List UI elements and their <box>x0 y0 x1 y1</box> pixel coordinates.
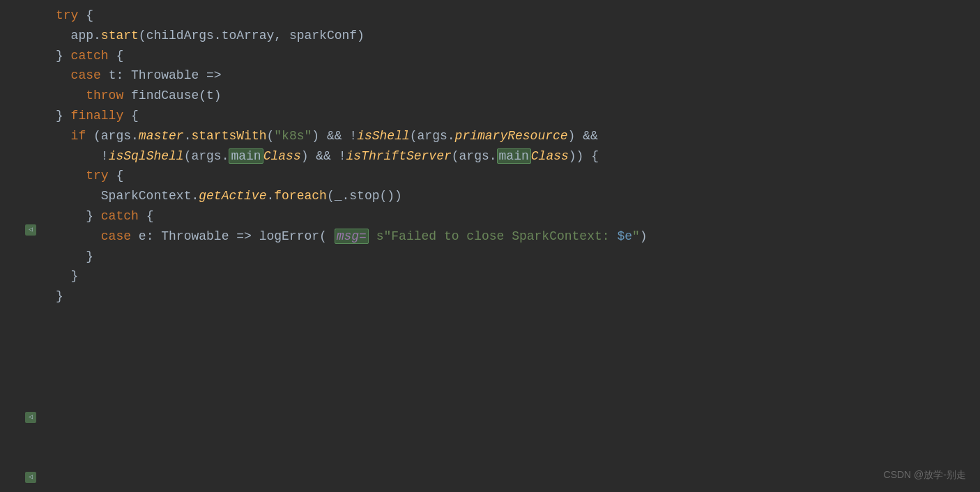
code-line-15: } <box>56 286 966 307</box>
code-line-7: if (args.master.startsWith("k8s") && !is… <box>56 126 966 146</box>
gutter-icon-1: ◁ <box>25 224 36 236</box>
code-line-9: try { <box>56 166 966 186</box>
gutter-icon-3: ◁ <box>25 472 36 483</box>
watermark: CSDN @放学-别走 <box>884 467 966 482</box>
code-line-4: case t: Throwable => <box>56 66 966 86</box>
code-line-10: SparkContext.getActive.foreach(_.stop()) <box>56 186 966 206</box>
code-line-8: !isSqlShell(args.mainClass) && !isThrift… <box>56 146 966 167</box>
editor-gutter: ◁ ◁ ◁ <box>0 0 42 492</box>
code-editor: ◁ ◁ ◁ try { app.start(childArgs.toArray,… <box>0 0 980 492</box>
code-line-5: throw findCause(t) <box>56 86 966 106</box>
code-line-13: } <box>56 247 966 267</box>
code-line-3: } catch { <box>56 46 966 66</box>
code-line-2: app.start(childArgs.toArray, sparkConf) <box>56 26 966 46</box>
code-line-11: } catch { <box>56 206 966 226</box>
code-line-14: } <box>56 266 966 286</box>
code-line-6: } finally { <box>56 106 966 126</box>
gutter-icon-2: ◁ <box>25 412 36 423</box>
code-line-12: case e: Throwable => logError( msg= s"Fa… <box>56 226 966 247</box>
code-block: try { app.start(childArgs.toArray, spark… <box>42 0 980 492</box>
code-line-1: try { <box>56 6 966 26</box>
